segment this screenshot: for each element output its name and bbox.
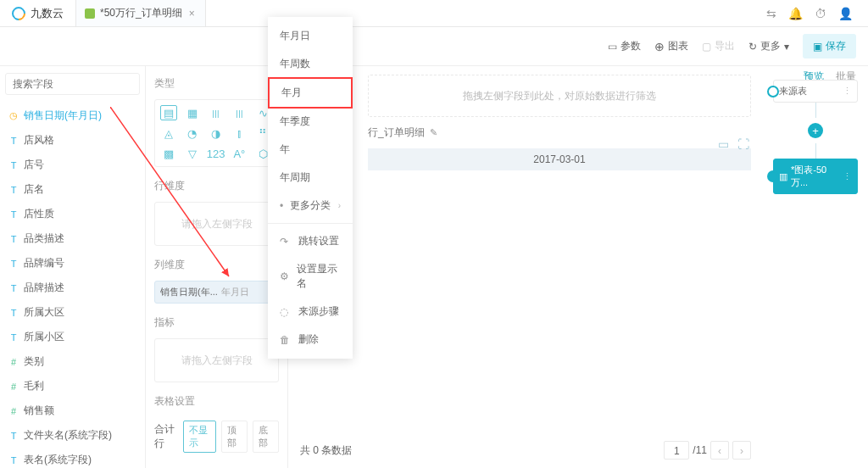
refresh-icon: ↻ [748,41,757,53]
field-label: 品牌编号 [24,256,64,270]
canvas: 拖拽左侧字段到此处，对原始数据进行筛选 行_订单明细 ✎ ▭ ⛶ 2017-03… [288,66,763,468]
field-type-icon: # [8,357,19,367]
layout-icon[interactable]: ▭ [718,137,729,151]
close-icon[interactable]: × [187,8,197,20]
chart-type-treemap[interactable]: ▩ [160,146,177,161]
chart-type-combo[interactable]: ⫿ [231,125,248,141]
logo-icon [9,3,29,23]
field-item[interactable]: T品牌编号 [5,251,140,276]
bell-icon[interactable]: 🔔 [788,7,803,20]
menu-y[interactable]: 年 [268,136,353,164]
page-prev-button[interactable]: ‹ [710,441,729,460]
total-bottom-button[interactable]: 底部 [253,421,279,453]
menu-yq[interactable]: 年季度 [268,108,353,136]
menu-rename[interactable]: ⚙设置显示名 [268,255,353,298]
trash-icon: 🗑 [280,334,292,346]
field-item[interactable]: #毛利 [5,374,140,398]
menu-yweekcount[interactable]: 年周数 [268,50,353,78]
field-label: 品牌描述 [24,281,64,295]
field-type-icon: T [8,160,19,170]
page-total: /11 [693,444,707,456]
save-icon: ▣ [813,41,822,53]
connector [815,103,816,118]
menu-more[interactable]: •更多分类› [268,192,353,220]
chart-type-funnel[interactable]: ▽ [184,146,201,161]
chart-type-pie[interactable]: ◔ [184,125,201,141]
field-type-icon: T [8,308,19,318]
timer-icon[interactable]: ⏱ [815,7,826,20]
field-label: 店号 [24,158,44,172]
chart-type-text[interactable]: A° [231,146,248,161]
kebab-icon[interactable]: ⋮ [843,171,852,182]
menu-ymd[interactable]: 年月日 [268,22,353,50]
source-icon: ◌ [280,306,292,318]
flow-source-node[interactable]: 来源表 ⋮ [773,80,858,103]
transfer-icon[interactable]: ⇆ [766,7,776,20]
pagination: 1 /11 ‹ › [664,441,751,460]
field-item[interactable]: T店风格 [5,128,140,153]
fields-panel: ◷销售日期(年月日)T店风格T店号T店名T店性质T品类描述T品牌编号T品牌描述T… [0,66,146,468]
field-item[interactable]: T所属小区 [5,325,140,349]
chart-type-number[interactable]: 123 [208,146,225,161]
filter-dropzone[interactable]: 拖拽左侧字段到此处，对原始数据进行筛选 [368,75,751,117]
menu-source[interactable]: ◌来源步骤 [268,298,353,326]
chart-type-gauge[interactable]: ◑ [208,125,225,141]
field-type-icon: T [8,283,19,293]
search-input[interactable] [5,73,140,95]
total-row-label: 合计行 [154,422,178,451]
chart-type-bar[interactable]: ⫼ [208,105,225,120]
menu-jump[interactable]: ↷跳转设置 [268,227,353,255]
col-dim-chip[interactable]: 销售日期(年... 年月日 ▾ [154,281,279,304]
save-button[interactable]: ▣保存 [803,34,856,58]
expand-icon[interactable]: ⛶ [737,137,749,151]
field-label: 店名 [24,182,44,197]
document-tab[interactable]: *50万行_订单明细 × [75,0,206,26]
menu-ym[interactable]: 年月 [268,77,353,109]
page-input[interactable]: 1 [664,441,689,460]
chart-type-area[interactable]: ◬ [160,125,177,141]
chart-type-detail[interactable]: ▦ [184,105,201,120]
total-top-button[interactable]: 顶部 [221,421,248,453]
edit-title-icon[interactable]: ✎ [430,127,437,138]
field-item[interactable]: #销售额 [5,398,140,423]
menu-yweek[interactable]: 年周期 [268,164,353,192]
app-logo[interactable]: 九数云 [0,0,75,26]
row-dim-drop[interactable]: 请拖入左侧字段 [154,202,279,246]
field-item[interactable]: T文件夹名(系统字段) [5,423,140,448]
export-button: ▢导出 [702,39,735,53]
add-chart-button[interactable]: ⊕图表 [654,39,688,53]
metric-drop[interactable]: 请拖入左侧字段 [154,338,279,382]
params-button[interactable]: ▭参数 [608,39,641,53]
chart-type-table[interactable]: ▤ [160,105,177,120]
field-label: 类别 [24,354,44,369]
field-item[interactable]: T店号 [5,153,140,177]
field-type-icon: T [8,234,19,244]
field-item[interactable]: T店性质 [5,202,140,226]
tab-title: *50万行_订单明细 [100,6,182,20]
menu-delete[interactable]: 🗑删除 [268,326,353,354]
field-item[interactable]: T表名(系统字段) [5,448,140,468]
chart-type-stackbar[interactable]: ⫼ [231,105,248,120]
kebab-icon[interactable]: ⋮ [843,86,852,97]
field-item[interactable]: #类别 [5,349,140,374]
user-icon[interactable]: 👤 [838,7,853,20]
add-step-button[interactable]: + [808,123,823,138]
field-label: 品类描述 [24,231,64,246]
flow-panel: 来源表 ⋮ + ▥ *图表-50万... ⋮ [763,66,868,468]
field-type-icon: T [8,259,19,269]
export-icon: ▢ [702,41,711,53]
field-item[interactable]: T品牌描述 [5,276,140,300]
link-icon: ↷ [280,236,292,248]
field-item[interactable]: T品类描述 [5,226,140,251]
field-label: 销售额 [24,404,54,418]
more-button[interactable]: ↻更多▾ [748,39,789,53]
field-item[interactable]: T所属大区 [5,300,140,325]
flow-chart-node[interactable]: ▥ *图表-50万... ⋮ [773,159,858,194]
total-hide-button[interactable]: 不显示 [183,421,216,453]
field-type-icon: T [8,185,19,195]
chevron-down-icon: ▾ [784,41,789,53]
chart-config-panel: 类型 ▤ ▦ ⫼ ⫼ ∿ ◬ ◔ ◑ ⫿ ⠛ ▩ ▽ 123 A° ⬡ 行维度 … [146,66,288,468]
field-item[interactable]: T店名 [5,177,140,202]
field-item[interactable]: ◷销售日期(年月日) [5,103,140,128]
page-next-button[interactable]: › [732,441,751,460]
